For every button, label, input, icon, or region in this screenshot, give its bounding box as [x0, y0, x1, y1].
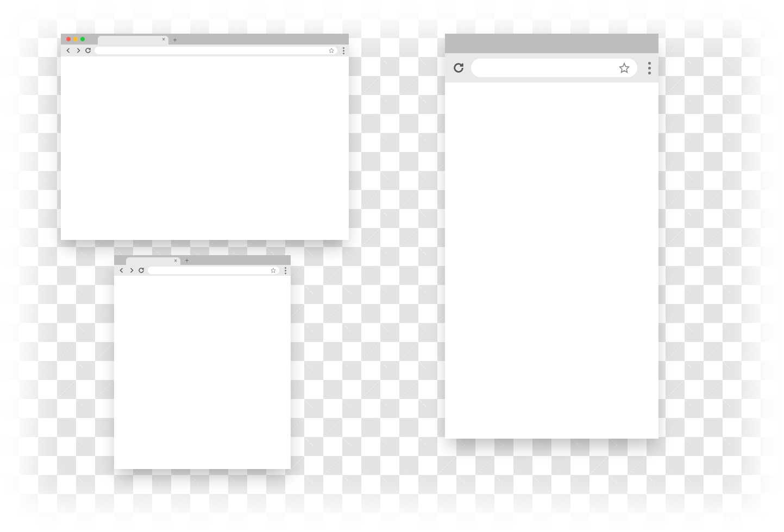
close-tab-icon[interactable]: × — [174, 258, 177, 264]
maximize-window-button[interactable] — [80, 37, 85, 41]
kebab-menu-icon[interactable] — [343, 47, 344, 54]
reload-icon[interactable] — [453, 62, 465, 74]
bookmark-star-icon[interactable] — [329, 48, 334, 53]
bookmark-star-icon[interactable] — [271, 268, 276, 273]
reload-icon[interactable] — [85, 47, 91, 54]
tab-strip: × + — [114, 255, 291, 265]
forward-icon[interactable] — [75, 47, 81, 54]
navigation-toolbar — [114, 265, 291, 276]
page-content-area — [114, 276, 291, 469]
navigation-toolbar — [61, 45, 349, 56]
navigation-toolbar — [445, 53, 658, 83]
new-tab-button[interactable]: + — [172, 37, 178, 43]
address-bar[interactable] — [471, 59, 637, 77]
new-tab-button[interactable]: + — [184, 257, 190, 264]
mobile-top-bar — [445, 34, 658, 53]
bookmark-star-icon[interactable] — [619, 62, 630, 73]
tab-strip: × + — [61, 34, 349, 45]
kebab-menu-icon[interactable] — [648, 62, 651, 74]
browser-tab[interactable]: × — [126, 257, 180, 265]
kebab-menu-icon[interactable] — [285, 267, 286, 274]
close-tab-icon[interactable]: × — [162, 37, 165, 42]
browser-window-mobile — [445, 34, 658, 439]
page-content-area — [61, 56, 349, 240]
address-bar[interactable] — [95, 47, 337, 54]
browser-window-desktop: × + — [61, 34, 349, 240]
page-content-area — [445, 83, 658, 439]
window-controls — [66, 37, 85, 41]
reload-icon[interactable] — [138, 267, 145, 274]
address-bar[interactable] — [148, 267, 279, 274]
back-icon[interactable] — [118, 267, 125, 274]
browser-window-tablet: × + — [114, 255, 291, 469]
minimize-window-button[interactable] — [73, 37, 78, 41]
forward-icon[interactable] — [128, 267, 135, 274]
close-window-button[interactable] — [66, 37, 71, 41]
back-icon[interactable] — [65, 47, 72, 54]
browser-tab[interactable]: × — [98, 36, 168, 45]
